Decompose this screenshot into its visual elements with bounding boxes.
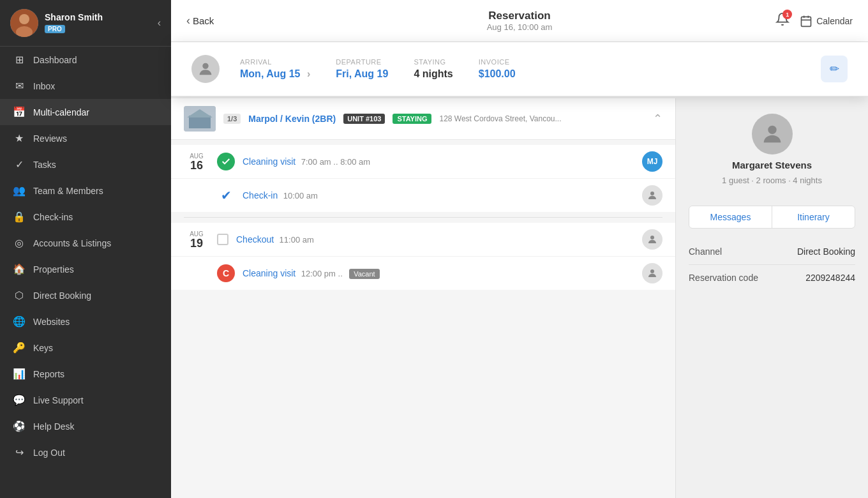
property-page-badge: 1/3 [223, 114, 241, 124]
sidebar-item-direct-booking[interactable]: ⬡ Direct Booking [0, 282, 171, 308]
sidebar-item-accounts[interactable]: ◎ Accounts & Listings [0, 230, 171, 256]
event-name: Cleaning visit [243, 268, 296, 278]
event-assignee-mj: MJ [642, 151, 662, 172]
nav-icon-help-desk: ⚽ [13, 420, 26, 432]
reservation-code-value: 2209248244 [805, 273, 855, 283]
sidebar-item-tasks[interactable]: ✓ Tasks [0, 151, 171, 177]
nav-icon-accounts: ◎ [13, 237, 26, 249]
sidebar-header: Sharon Smith PRO ‹ [0, 0, 171, 47]
cleaning-cancel-icon: C [217, 264, 235, 282]
nav-label-reviews: Reviews [33, 133, 67, 144]
nav-label-direct-booking: Direct Booking [33, 290, 91, 301]
event-name: Check-in [243, 190, 278, 200]
cleaning-visit-event: Cleaning visit 7:00 am .. 8:00 am [243, 156, 370, 167]
table-row: C Cleaning visit 12:00 pm .. Vacant [171, 257, 675, 290]
sidebar-item-websites[interactable]: 🌐 Websites [0, 308, 171, 335]
notifications-button[interactable]: 1 [775, 12, 789, 29]
sidebar-item-live-support[interactable]: 💬 Live Support [0, 387, 171, 413]
nav-list: ⊞ Dashboard ✉ Inbox 📅 Multi-calendar ★ R… [0, 47, 171, 465]
channel-value: Direct Booking [797, 246, 855, 257]
checkin-check-icon: ✔ [217, 188, 235, 203]
sidebar-item-reviews[interactable]: ★ Reviews [0, 125, 171, 151]
nav-label-inbox: Inbox [33, 81, 55, 91]
reservation-code-label: Reservation code [689, 273, 758, 283]
event-name: Cleaning visit [243, 156, 296, 167]
sidebar-item-multi-calendar[interactable]: 📅 Multi-calendar [0, 99, 171, 125]
nav-label-multi-calendar: Multi-calendar [33, 107, 89, 117]
back-button[interactable]: ‹ Back [186, 14, 214, 27]
nav-icon-reviews: ★ [13, 132, 26, 144]
sidebar-item-help-desk[interactable]: ⚽ Help Desk [0, 413, 171, 439]
collapse-property-icon[interactable]: ⌃ [653, 112, 662, 126]
topbar-right: 1 Calendar [775, 12, 853, 29]
nav-icon-properties: 🏠 [13, 263, 26, 275]
cleaning-visit-aug19-event: Cleaning visit 12:00 pm .. Vacant [243, 268, 380, 279]
staying-status-badge: STAYING [393, 114, 431, 124]
nav-label-reports: Reports [33, 369, 64, 379]
sidebar-item-team[interactable]: 👥 Team & Members [0, 177, 171, 204]
property-address: 128 West Cordova Street, Vancou... [439, 114, 561, 123]
info-row-reservation-code: Reservation code 2209248244 [689, 265, 855, 290]
user-name: Sharon Smith [45, 12, 151, 23]
sidebar-item-checkins[interactable]: 🔒 Check-ins [0, 204, 171, 230]
event-time: 11:00 am [280, 235, 314, 245]
svg-point-11 [650, 192, 654, 195]
invoice-value: $100.00 [479, 68, 516, 80]
user-avatar [10, 9, 38, 37]
nav-icon-direct-booking: ⬡ [13, 289, 26, 301]
main-content: ‹ Back Reservation Aug 16, 10:00 am 1 [171, 0, 868, 498]
guest-name: Margaret Stevens [732, 160, 812, 170]
checkout-checkbox[interactable] [217, 234, 228, 245]
guest-meta: 1 guest · 2 rooms · 4 nights [722, 176, 822, 185]
sidebar-item-dashboard[interactable]: ⊞ Dashboard [0, 47, 171, 73]
event-name: Checkout [236, 234, 274, 245]
event-assignee-person [642, 263, 662, 283]
arrival-field: ARRIVAL Mon, Aug 15 › [240, 58, 310, 80]
nav-label-checkins: Check-ins [33, 212, 73, 222]
event-group-aug16: AUG 16 Cleaning visit 7:00 am .. 8:00 am… [171, 140, 675, 217]
table-row: AUG 16 Cleaning visit 7:00 am .. 8:00 am… [171, 145, 675, 179]
nav-icon-reports: 📊 [13, 368, 26, 380]
checkout-event: Checkout 11:00 am [236, 234, 314, 245]
day-label: AUG 19 [184, 230, 209, 249]
info-row-channel: Channel Direct Booking [689, 239, 855, 265]
vacant-badge: Vacant [349, 269, 379, 279]
collapse-button[interactable]: ‹ [158, 17, 161, 29]
invoice-field: INVOICE $100.00 [479, 58, 516, 80]
nav-label-help-desk: Help Desk [33, 421, 75, 432]
day-label: AUG 16 [184, 153, 209, 171]
event-assignee-person [642, 229, 662, 250]
table-row: AUG 19 Checkout 11:00 am [171, 223, 675, 257]
booking-guest-avatar [191, 55, 220, 83]
sidebar-item-inbox[interactable]: ✉ Inbox [0, 73, 171, 99]
nav-icon-keys: 🔑 [13, 342, 26, 354]
tab-messages[interactable]: Messages [689, 206, 772, 228]
arrival-label: ARRIVAL [240, 58, 310, 66]
nav-icon-live-support: 💬 [13, 394, 26, 406]
nav-label-accounts: Accounts & Listings [33, 238, 111, 248]
topbar-title: Reservation [487, 10, 553, 22]
edit-icon: ✏ [830, 62, 839, 76]
nav-icon-dashboard: ⊞ [13, 54, 26, 66]
sidebar-item-properties[interactable]: 🏠 Properties [0, 256, 171, 282]
svg-point-13 [650, 269, 654, 273]
back-label: Back [193, 15, 214, 26]
notification-badge: 1 [782, 10, 792, 19]
topbar: ‹ Back Reservation Aug 16, 10:00 am 1 [171, 0, 868, 42]
nav-label-team: Team & Members [33, 186, 103, 196]
sidebar-item-keys[interactable]: 🔑 Keys [0, 335, 171, 361]
edit-button[interactable]: ✏ [821, 56, 848, 82]
calendar-button[interactable]: Calendar [800, 15, 853, 27]
nav-label-websites: Websites [33, 317, 70, 327]
reservation-info: Channel Direct Booking Reservation code … [689, 239, 855, 290]
tab-itinerary[interactable]: Itinerary [772, 206, 855, 228]
sidebar-item-log-out[interactable]: ↪ Log Out [0, 439, 171, 465]
user-info: Sharon Smith PRO [45, 12, 151, 34]
nav-label-live-support: Live Support [33, 395, 84, 405]
svg-point-1 [19, 14, 29, 24]
cleaning-check-icon [217, 153, 235, 170]
sidebar-item-reports[interactable]: 📊 Reports [0, 361, 171, 387]
nav-icon-tasks: ✓ [13, 158, 26, 170]
booking-card: ARRIVAL Mon, Aug 15 › DEPARTURE Fri, Aug… [171, 42, 868, 96]
event-time: 7:00 am .. 8:00 am [301, 157, 370, 167]
